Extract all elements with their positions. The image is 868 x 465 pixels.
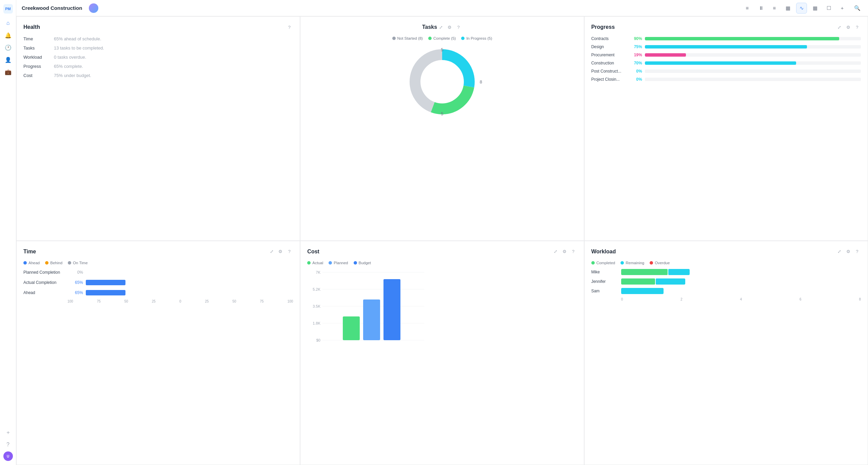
legend-label: Not Started (8): [397, 36, 423, 40]
legend-dot: [354, 261, 357, 265]
cost-legend-item: Actual: [307, 261, 323, 265]
topbar-search-icon[interactable]: 🔍: [852, 3, 863, 14]
time-bar-container: [86, 269, 293, 276]
progress-title: Progress: [591, 24, 615, 30]
workload-row: Jennifer: [591, 278, 861, 285]
sidebar-item-home[interactable]: ⌂: [3, 18, 14, 28]
progress-bar-bg: [645, 70, 861, 73]
legend-dot: [68, 261, 71, 265]
progress-category: Design: [591, 44, 629, 49]
progress-help-icon[interactable]: ?: [853, 23, 861, 31]
topbar-doc-icon[interactable]: ☐: [823, 3, 834, 14]
health-help-icon[interactable]: ?: [285, 23, 293, 31]
workload-remaining-bar: [668, 269, 690, 275]
y-axis-label: $0: [316, 338, 320, 342]
tasks-panel-actions: ⤢ ⚙ ?: [437, 23, 462, 31]
topbar-list-icon[interactable]: ≡: [742, 3, 753, 14]
time-legend-item: Behind: [45, 261, 62, 265]
time-legend-item: Ahead: [23, 261, 40, 265]
sidebar-item-people[interactable]: 👤: [3, 54, 14, 65]
sidebar-add-button[interactable]: ＋: [3, 427, 14, 438]
legend-label: Completed: [596, 261, 615, 265]
time-panel-actions: ⤢ ⚙ ?: [268, 248, 293, 255]
tasks-help-icon[interactable]: ?: [455, 23, 462, 31]
donut-label-right: 8: [480, 79, 482, 84]
progress-row: Design 75%: [591, 44, 861, 49]
sidebar: PM ⌂ 🔔 🕐 👤 💼 ＋ ? U: [0, 0, 16, 465]
time-gear-icon[interactable]: ⚙: [277, 248, 284, 255]
progress-category: Post Construct...: [591, 69, 629, 74]
cost-legend: ActualPlannedBudget: [307, 261, 577, 265]
time-legend: AheadBehindOn Time: [23, 261, 293, 265]
legend-dot: [650, 261, 653, 265]
progress-pct: 0%: [631, 77, 642, 82]
x-axis-label: 50: [232, 299, 236, 303]
user-avatar[interactable]: U: [3, 451, 13, 461]
workload-completed-bar: [621, 269, 668, 275]
tasks-donut: 5 8 5: [405, 44, 479, 119]
cost-title: Cost: [307, 249, 319, 255]
topbar-dashboard-icon[interactable]: ∿: [796, 3, 807, 14]
topbar-filter-icon[interactable]: ≡: [769, 3, 780, 14]
workload-expand-icon[interactable]: ⤢: [836, 248, 843, 255]
time-panel-header: Time ⤢ ⚙ ?: [23, 248, 293, 255]
time-bar-container: [86, 279, 293, 286]
workload-gear-icon[interactable]: ⚙: [845, 248, 852, 255]
tasks-gear-icon[interactable]: ⚙: [446, 23, 453, 31]
time-chart-row: Actual Completion 65%: [23, 279, 293, 286]
cost-gear-icon[interactable]: ⚙: [561, 248, 568, 255]
legend-label: Ahead: [28, 261, 40, 265]
progress-pct: 19%: [631, 53, 642, 57]
topbar-table-icon[interactable]: ▦: [783, 3, 793, 14]
workload-remaining-bar: [621, 288, 664, 294]
health-panel-actions: ?: [285, 23, 293, 31]
cost-help-icon[interactable]: ?: [570, 248, 577, 255]
progress-row: Contracts 90%: [591, 36, 861, 41]
cost-legend-item: Planned: [329, 261, 348, 265]
tasks-expand-icon[interactable]: ⤢: [437, 23, 445, 31]
progress-bar-bg: [645, 37, 861, 40]
health-panel: Health ? Time65% ahead of schedule.Tasks…: [16, 16, 300, 241]
workload-help-icon[interactable]: ?: [853, 248, 861, 255]
progress-bar-bg: [645, 61, 861, 65]
time-help-icon[interactable]: ?: [285, 248, 293, 255]
wl-axis-label: 0: [621, 297, 623, 301]
workload-rows: Mike Jennifer Sam 02468: [591, 269, 861, 301]
workload-row: Sam: [591, 288, 861, 294]
progress-pct: 0%: [631, 69, 642, 74]
health-panel-header: Health ?: [23, 23, 293, 31]
progress-row: Procurement 19%: [591, 53, 861, 57]
y-axis-label: 7K: [316, 270, 321, 274]
progress-panel: Progress ⤢ ⚙ ? Contracts 90% Design 75% …: [584, 16, 868, 241]
progress-expand-icon[interactable]: ⤢: [836, 23, 843, 31]
health-row-label: Tasks: [23, 45, 54, 51]
health-row: Workload0 tasks overdue.: [23, 55, 293, 60]
cost-expand-icon[interactable]: ⤢: [552, 248, 559, 255]
time-chart-row: Ahead 65%: [23, 289, 293, 296]
topbar-gantt-icon[interactable]: ⏸: [755, 3, 766, 14]
legend-dot: [392, 37, 396, 40]
progress-panel-actions: ⤢ ⚙ ?: [836, 23, 861, 31]
sidebar-item-portfolio[interactable]: 💼: [3, 66, 14, 77]
time-title: Time: [23, 249, 36, 255]
progress-bar-bg: [645, 45, 861, 49]
workload-row: Mike: [591, 269, 861, 275]
sidebar-item-notifications[interactable]: 🔔: [3, 30, 14, 41]
sidebar-item-recent[interactable]: 🕐: [3, 42, 14, 53]
topbar-calendar-icon[interactable]: ▦: [810, 3, 821, 14]
progress-bar-fill: [645, 37, 840, 40]
app-logo: PM: [3, 4, 13, 14]
sidebar-help-button[interactable]: ?: [3, 439, 14, 450]
topbar-add-view-icon[interactable]: +: [837, 3, 848, 14]
legend-dot: [591, 261, 595, 265]
wl-axis-label: 4: [740, 297, 742, 301]
progress-gear-icon[interactable]: ⚙: [845, 23, 852, 31]
workload-bar-group: [621, 288, 664, 294]
legend-item: Complete (5): [428, 36, 456, 40]
time-chart: Planned Completion 0% Actual Completion …: [23, 269, 293, 303]
y-axis-label: 1.8K: [313, 321, 321, 325]
legend-dot: [23, 261, 27, 265]
health-rows: Time65% ahead of schedule.Tasks13 tasks …: [23, 36, 293, 78]
time-expand-icon[interactable]: ⤢: [268, 248, 275, 255]
workload-bar-group: [621, 278, 686, 285]
